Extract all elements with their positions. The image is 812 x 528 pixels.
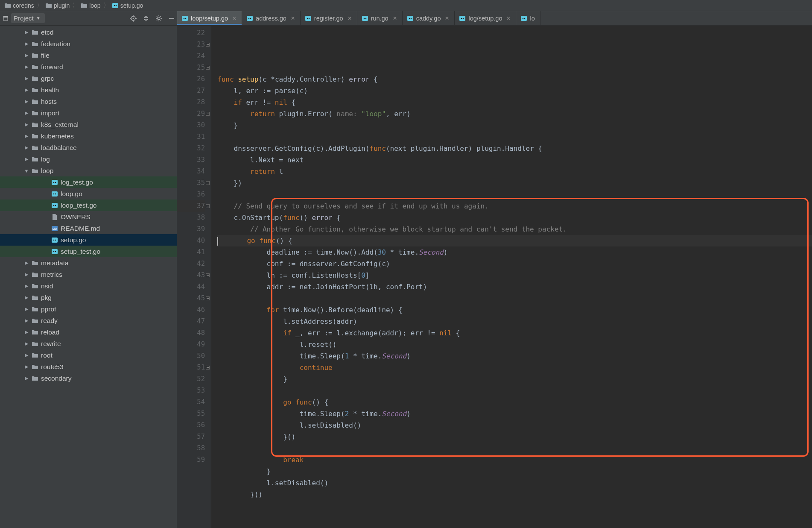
tree-item[interactable]: ▶forward xyxy=(0,61,177,73)
code-line[interactable]: l.setAddress(addr) xyxy=(217,316,812,327)
close-icon[interactable]: ✕ xyxy=(445,15,449,21)
tree-item[interactable]: ▼loop xyxy=(0,165,177,176)
gutter-line[interactable]: 50 xyxy=(177,350,205,362)
collapse-all-icon[interactable] xyxy=(141,13,151,23)
gutter-line[interactable]: 30 xyxy=(177,120,205,131)
chevron-right-icon[interactable]: ▶ xyxy=(24,76,29,81)
gutter-line[interactable]: 37 xyxy=(177,200,205,212)
chevron-right-icon[interactable]: ▶ xyxy=(24,156,29,162)
code-line[interactable]: l.reset() xyxy=(217,339,812,350)
fold-marker-icon[interactable] xyxy=(206,366,210,370)
gutter-line[interactable]: 59 xyxy=(177,454,205,466)
editor-tab[interactable]: loop/setup.go✕ xyxy=(177,11,242,25)
tree-item[interactable]: ▶metadata xyxy=(0,257,177,269)
chevron-right-icon[interactable]: ▶ xyxy=(24,260,29,266)
gutter-line[interactable]: 22 xyxy=(177,27,205,39)
code-line[interactable]: }() xyxy=(217,489,812,500)
gutter-line[interactable]: 43 xyxy=(177,270,205,281)
code-line[interactable]: addr := net.JoinHostPort(lh, conf.Port) xyxy=(217,281,812,293)
tree-item[interactable]: ▶route53 xyxy=(0,361,177,373)
code-line[interactable]: l.setDisabled() xyxy=(217,477,812,489)
editor-tab[interactable]: address.go✕ xyxy=(242,11,301,25)
tree-item[interactable]: ▶k8s_external xyxy=(0,119,177,130)
fold-marker-icon[interactable] xyxy=(206,204,210,208)
editor-tab[interactable]: log/setup.go✕ xyxy=(455,11,516,25)
gutter-line[interactable]: 25 xyxy=(177,62,205,73)
fold-marker-icon[interactable] xyxy=(206,273,210,277)
gutter-line[interactable]: 31 xyxy=(177,131,205,143)
chevron-right-icon[interactable]: ▶ xyxy=(24,352,29,358)
chevron-right-icon[interactable]: ▶ xyxy=(24,53,29,58)
gutter-line[interactable]: 49 xyxy=(177,339,205,350)
code-line[interactable]: } xyxy=(217,466,812,477)
code-line[interactable]: if _, err := l.exchange(addr); err != ni… xyxy=(217,327,812,339)
editor-tabs[interactable]: loop/setup.go✕address.go✕register.go✕run… xyxy=(177,11,812,26)
gutter-line[interactable]: 33 xyxy=(177,154,205,166)
gutter-line[interactable]: 41 xyxy=(177,246,205,258)
gutter-line[interactable]: 23 xyxy=(177,39,205,50)
code-line[interactable]: go func() { xyxy=(217,235,812,246)
tree-item[interactable]: ▶rewrite xyxy=(0,338,177,349)
fold-marker-icon[interactable] xyxy=(206,181,210,185)
chevron-right-icon[interactable]: ▶ xyxy=(24,64,29,70)
chevron-right-icon[interactable]: ▶ xyxy=(24,318,29,323)
tree-item[interactable]: ▶loadbalance xyxy=(0,142,177,153)
code-line[interactable]: // Another Go function, otherwise we blo… xyxy=(217,223,812,235)
chevron-right-icon[interactable]: ▶ xyxy=(24,375,29,381)
minimize-icon[interactable] xyxy=(3,15,9,21)
chevron-right-icon[interactable]: ▶ xyxy=(24,283,29,289)
editor[interactable]: 2223242526272829303132333435363738394041… xyxy=(177,26,812,528)
tree-item[interactable]: ▶hosts xyxy=(0,96,177,107)
gutter-line[interactable]: 56 xyxy=(177,419,205,431)
fold-marker-icon[interactable] xyxy=(206,112,210,116)
code-line[interactable] xyxy=(217,131,812,143)
close-icon[interactable]: ✕ xyxy=(506,15,511,21)
chevron-right-icon[interactable]: ▶ xyxy=(24,99,29,104)
code-line[interactable]: time.Sleep(1 * time.Second) xyxy=(217,350,812,362)
editor-tab[interactable]: register.go✕ xyxy=(301,11,357,25)
hide-icon[interactable] xyxy=(166,13,177,23)
tree-item[interactable]: ▶grpc xyxy=(0,73,177,84)
chevron-right-icon[interactable]: ▶ xyxy=(24,133,29,139)
chevron-right-icon[interactable]: ▶ xyxy=(24,306,29,312)
breadcrumb-item[interactable]: loop xyxy=(79,2,102,9)
tree-item[interactable]: ▶ready xyxy=(0,315,177,326)
gutter-line[interactable]: 29 xyxy=(177,108,205,120)
gutter-line[interactable]: 38 xyxy=(177,212,205,223)
chevron-right-icon[interactable]: ▶ xyxy=(24,110,29,116)
gutter-line[interactable]: 40 xyxy=(177,235,205,246)
code-line[interactable]: dnsserver.GetConfig(c).AddPlugin(func(ne… xyxy=(217,143,812,154)
code-line[interactable]: } xyxy=(217,373,812,385)
code-line[interactable] xyxy=(217,443,812,454)
tree-item[interactable]: OWNERS xyxy=(0,211,177,223)
gutter-line[interactable]: 48 xyxy=(177,327,205,339)
editor-tab[interactable]: run.go✕ xyxy=(357,11,403,25)
tree-item[interactable]: ▶log xyxy=(0,153,177,165)
close-icon[interactable]: ✕ xyxy=(291,15,295,21)
code-line[interactable]: c.OnStartup(func() error { xyxy=(217,212,812,223)
close-icon[interactable]: ✕ xyxy=(232,15,237,21)
gutter-line[interactable]: 34 xyxy=(177,166,205,177)
code-line[interactable]: func setup(c *caddy.Controller) error { xyxy=(217,73,812,85)
code-line[interactable]: time.Sleep(2 * time.Second) xyxy=(217,408,812,419)
code-line[interactable] xyxy=(217,293,812,304)
tree-item[interactable]: loop_test.go xyxy=(0,199,177,211)
gutter-line[interactable]: 39 xyxy=(177,223,205,235)
tree-item[interactable]: ▶root xyxy=(0,349,177,361)
tree-item[interactable]: ▶federation xyxy=(0,38,177,50)
tree-item[interactable]: ▶health xyxy=(0,84,177,96)
gutter[interactable]: 2223242526272829303132333435363738394041… xyxy=(177,26,211,528)
breadcrumb[interactable]: coredns 〉 plugin 〉 loop 〉 setup.go xyxy=(0,0,812,11)
tree-item[interactable]: ▶file xyxy=(0,50,177,61)
breadcrumb-item[interactable]: plugin xyxy=(44,2,71,9)
close-icon[interactable]: ✕ xyxy=(348,15,352,21)
gutter-line[interactable]: 36 xyxy=(177,189,205,200)
gutter-line[interactable]: 47 xyxy=(177,316,205,327)
tree-item[interactable]: ▶reload xyxy=(0,326,177,338)
gutter-line[interactable]: 51 xyxy=(177,362,205,373)
chevron-right-icon[interactable]: ▶ xyxy=(24,145,29,150)
project-selector[interactable]: Project ▼ xyxy=(11,13,45,23)
code-line[interactable]: }) xyxy=(217,177,812,189)
tree-item[interactable]: MDREADME.md xyxy=(0,223,177,234)
tree-item[interactable]: ▶kubernetes xyxy=(0,130,177,142)
